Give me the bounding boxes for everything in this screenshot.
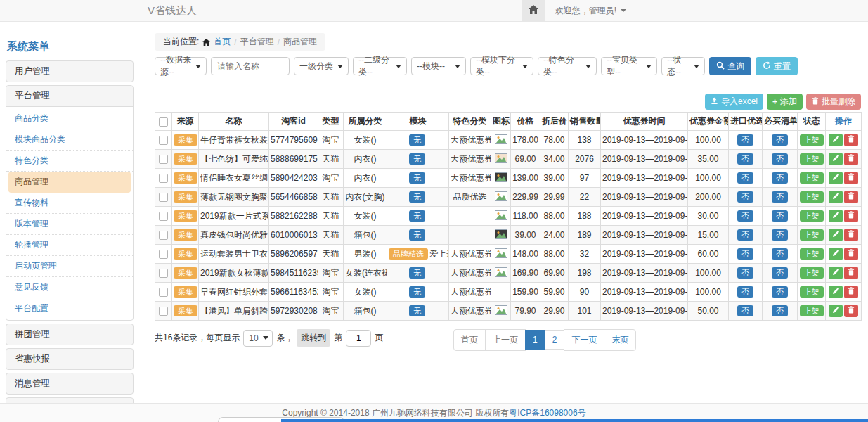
- import-optimal-badge[interactable]: 否: [737, 153, 753, 165]
- import-optimal-badge[interactable]: 否: [737, 286, 753, 298]
- edit-button[interactable]: [829, 267, 843, 279]
- page-number-input[interactable]: [346, 330, 371, 347]
- delete-button[interactable]: [844, 248, 858, 260]
- import-optimal-badge[interactable]: 否: [737, 134, 753, 146]
- page-button[interactable]: 1: [525, 330, 545, 350]
- must-buy-badge[interactable]: 否: [772, 191, 788, 203]
- import-optimal-badge[interactable]: 否: [737, 305, 753, 316]
- delete-button[interactable]: [844, 286, 858, 298]
- import-optimal-badge[interactable]: 否: [737, 210, 753, 222]
- sidebar-group-header[interactable]: 省惠快报: [6, 349, 133, 369]
- status-badge[interactable]: 上架: [800, 248, 824, 260]
- must-buy-badge[interactable]: 否: [772, 248, 788, 260]
- must-buy-badge[interactable]: 否: [772, 286, 788, 298]
- edit-button[interactable]: [829, 305, 843, 317]
- page-button[interactable]: 首页: [453, 329, 486, 351]
- status-badge[interactable]: 上架: [800, 267, 824, 279]
- sidebar-item[interactable]: 平台配置: [6, 298, 133, 319]
- status-badge[interactable]: 上架: [800, 305, 824, 316]
- page-button[interactable]: 2: [545, 330, 565, 350]
- user-menu[interactable]: 欢迎您，管理员!: [545, 0, 636, 21]
- row-checkbox[interactable]: [159, 136, 168, 145]
- sidebar-item[interactable]: 特色分类: [6, 151, 133, 172]
- sidebar-group-header[interactable]: 用户管理: [6, 61, 133, 82]
- item-type-select[interactable]: --宝贝类型--: [601, 57, 657, 75]
- must-buy-badge[interactable]: 否: [772, 134, 788, 146]
- page-size-select[interactable]: 10: [243, 330, 273, 347]
- sidebar-group-header[interactable]: 平台管理: [6, 86, 133, 107]
- edit-button[interactable]: [829, 191, 843, 203]
- category1-select[interactable]: 一级分类: [294, 57, 349, 75]
- delete-button[interactable]: [844, 172, 858, 184]
- must-buy-badge[interactable]: 否: [772, 229, 788, 241]
- row-checkbox[interactable]: [159, 269, 168, 278]
- edit-button[interactable]: [829, 229, 843, 241]
- delete-button[interactable]: [844, 191, 858, 203]
- sidebar-item[interactable]: 模块商品分类: [6, 129, 133, 151]
- row-checkbox[interactable]: [159, 288, 168, 297]
- must-buy-badge[interactable]: 否: [772, 172, 788, 184]
- row-checkbox[interactable]: [159, 250, 168, 259]
- sidebar-item[interactable]: 商品管理: [8, 172, 131, 193]
- sidebar-item[interactable]: 商品分类: [6, 108, 133, 129]
- delete-button[interactable]: [844, 153, 858, 165]
- home-button[interactable]: [522, 0, 545, 21]
- sidebar-item[interactable]: 版本管理: [6, 214, 133, 235]
- data-source-select[interactable]: --数据来源--: [155, 57, 207, 75]
- feature-select[interactable]: --特色分类--: [538, 57, 597, 75]
- import-optimal-badge[interactable]: 否: [737, 229, 753, 241]
- delete-button[interactable]: [844, 210, 858, 222]
- status-badge[interactable]: 上架: [800, 210, 824, 222]
- must-buy-badge[interactable]: 否: [772, 210, 788, 222]
- import-optimal-badge[interactable]: 否: [737, 191, 753, 203]
- search-button[interactable]: 查询: [709, 57, 751, 75]
- status-badge[interactable]: 上架: [800, 134, 824, 146]
- reset-button[interactable]: 重置: [756, 57, 798, 75]
- sidebar-item[interactable]: 启动页管理: [6, 256, 133, 277]
- batch-delete-button[interactable]: 批量删除: [806, 94, 861, 110]
- select-all-checkbox[interactable]: [159, 117, 168, 127]
- delete-button[interactable]: [844, 134, 858, 146]
- breadcrumb-home-link[interactable]: 首页: [214, 36, 231, 48]
- module-sub-select[interactable]: --模块下分类--: [470, 57, 533, 75]
- page-button[interactable]: 上一页: [485, 329, 526, 351]
- edit-button[interactable]: [829, 248, 843, 260]
- edit-button[interactable]: [829, 210, 843, 222]
- must-buy-badge[interactable]: 否: [772, 267, 788, 279]
- row-checkbox[interactable]: [159, 307, 168, 316]
- edit-button[interactable]: [829, 153, 843, 165]
- page-button[interactable]: 末页: [604, 329, 636, 351]
- row-checkbox[interactable]: [159, 155, 168, 164]
- sidebar-item[interactable]: 轮播管理: [6, 235, 133, 256]
- status-badge[interactable]: 上架: [800, 172, 824, 184]
- must-buy-badge[interactable]: 否: [772, 153, 788, 165]
- import-excel-button[interactable]: 导入excel: [705, 94, 763, 110]
- page-button[interactable]: 下一页: [564, 329, 604, 351]
- sidebar-item[interactable]: 宣传物料: [6, 193, 133, 214]
- row-checkbox[interactable]: [159, 174, 168, 183]
- must-buy-badge[interactable]: 否: [772, 305, 788, 316]
- edit-button[interactable]: [829, 172, 843, 184]
- category2-select[interactable]: --二级分类--: [353, 57, 407, 75]
- jump-button[interactable]: 跳转到: [297, 329, 330, 347]
- import-optimal-badge[interactable]: 否: [737, 172, 753, 184]
- edit-button[interactable]: [829, 286, 843, 298]
- status-badge[interactable]: 上架: [800, 229, 824, 241]
- icp-link[interactable]: 粤ICP备16098006号: [509, 408, 585, 418]
- delete-button[interactable]: [844, 229, 858, 241]
- row-checkbox[interactable]: [159, 193, 168, 202]
- add-button[interactable]: + 添加: [767, 94, 803, 110]
- delete-button[interactable]: [844, 305, 858, 317]
- sidebar-group-header[interactable]: 拼团管理: [6, 324, 133, 345]
- status-badge[interactable]: 上架: [800, 286, 824, 298]
- status-badge[interactable]: 上架: [800, 153, 824, 165]
- sidebar-item[interactable]: 意见反馈: [6, 277, 133, 298]
- edit-button[interactable]: [829, 134, 843, 146]
- name-search-input[interactable]: [211, 57, 290, 75]
- row-checkbox[interactable]: [159, 231, 168, 240]
- delete-button[interactable]: [844, 267, 858, 279]
- import-optimal-badge[interactable]: 否: [737, 248, 753, 260]
- status-badge[interactable]: 上架: [800, 191, 824, 203]
- status-select[interactable]: --状态--: [661, 57, 705, 75]
- module-select[interactable]: --模块--: [411, 57, 466, 75]
